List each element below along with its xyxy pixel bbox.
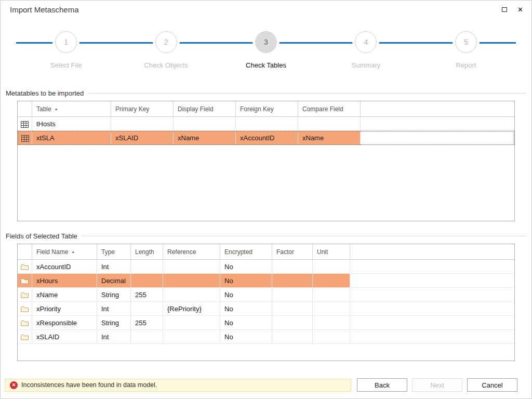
step-circle-2: 2 bbox=[155, 31, 177, 53]
step-circle-1: 1 bbox=[55, 31, 77, 53]
close-button[interactable]: ✕ bbox=[517, 6, 523, 13]
column-header-factor[interactable]: Factor bbox=[272, 244, 313, 260]
back-button[interactable]: Back bbox=[357, 378, 407, 392]
metatables-section-title: Metatables to be imported bbox=[6, 89, 84, 97]
cell-factor[interactable] bbox=[272, 260, 313, 274]
cell-unit[interactable] bbox=[313, 330, 350, 344]
column-header-length[interactable]: Length bbox=[131, 244, 163, 260]
folder-icon bbox=[18, 316, 32, 330]
cell-encrypted[interactable]: No bbox=[220, 330, 272, 344]
next-button[interactable]: Next bbox=[412, 378, 462, 392]
cell-factor[interactable] bbox=[272, 316, 313, 330]
cell-reference[interactable] bbox=[163, 330, 220, 344]
table-row-selected[interactable]: xtSLA xSLAID xName xAccountID xName bbox=[18, 131, 514, 145]
field-row[interactable]: xAccountID Int No bbox=[18, 260, 514, 274]
cell-foreign-key[interactable]: xAccountID bbox=[236, 131, 298, 145]
field-row[interactable]: xName String 255 No bbox=[18, 288, 514, 302]
field-row[interactable]: xSLAID Int No bbox=[18, 330, 514, 344]
cell-foreign-key[interactable] bbox=[236, 117, 298, 131]
section-divider bbox=[88, 93, 526, 94]
close-icon: ✕ bbox=[517, 6, 523, 13]
cell-type[interactable]: Int bbox=[97, 302, 131, 316]
column-header-table[interactable]: Table▲ bbox=[32, 101, 111, 117]
fields-section-title: Fields of Selected Table bbox=[6, 232, 77, 240]
cell-length[interactable]: 255 bbox=[131, 316, 163, 330]
window-title: Import Metaschema bbox=[10, 5, 79, 14]
error-icon: ✕ bbox=[10, 381, 18, 389]
column-header-field-name[interactable]: Field Name▲ bbox=[32, 244, 97, 260]
cell-field-name[interactable]: xSLAID bbox=[32, 330, 97, 344]
cell-display-field[interactable] bbox=[174, 117, 236, 131]
cell-type[interactable]: Int bbox=[97, 260, 131, 274]
validation-message-text: Inconsistences have been found in data m… bbox=[21, 381, 157, 389]
cell-factor[interactable] bbox=[272, 330, 313, 344]
sort-ascending-icon: ▲ bbox=[55, 107, 58, 111]
column-header-unit[interactable]: Unit bbox=[313, 244, 350, 260]
cell-reference[interactable] bbox=[163, 288, 220, 302]
cell-reference[interactable]: {RePriority} bbox=[163, 302, 220, 316]
cell-field-name[interactable]: xName bbox=[32, 288, 97, 302]
metatables-section-header: Metatables to be imported bbox=[6, 89, 526, 98]
cell-length[interactable] bbox=[131, 330, 163, 344]
cell-field-name[interactable]: xResponsible bbox=[32, 316, 97, 330]
cell-encrypted[interactable]: No bbox=[220, 316, 272, 330]
cell-unit[interactable] bbox=[313, 260, 350, 274]
cell-length[interactable] bbox=[131, 274, 163, 288]
cell-encrypted[interactable]: No bbox=[220, 302, 272, 316]
cell-factor[interactable] bbox=[272, 302, 313, 316]
section-divider bbox=[82, 236, 526, 236]
field-row[interactable]: xPriority Int {RePriority} No bbox=[18, 302, 514, 316]
cell-reference[interactable] bbox=[163, 316, 220, 330]
column-header-encrypted[interactable]: Encrypted bbox=[220, 244, 272, 260]
fields-section-header: Fields of Selected Table bbox=[6, 232, 526, 241]
cell-compare-field[interactable]: xName bbox=[298, 131, 361, 145]
column-header-foreign-key[interactable]: Foreign Key bbox=[236, 101, 298, 117]
maximize-button[interactable] bbox=[502, 7, 507, 12]
column-header-type[interactable]: Type bbox=[97, 244, 131, 260]
cell-table[interactable]: tHosts bbox=[32, 117, 111, 131]
cell-factor[interactable] bbox=[272, 274, 313, 288]
cell-table[interactable]: xtSLA bbox=[32, 131, 111, 145]
cell-field-name[interactable]: xPriority bbox=[32, 302, 97, 316]
cell-primary-key[interactable]: xSLAID bbox=[111, 131, 174, 145]
column-header-primary-key[interactable]: Primary Key bbox=[111, 101, 174, 117]
cell-length[interactable]: 255 bbox=[131, 288, 163, 302]
field-row[interactable]: xResponsible String 255 No bbox=[18, 316, 514, 330]
cell-field-name[interactable]: xHours bbox=[32, 274, 97, 288]
cell-length[interactable] bbox=[131, 260, 163, 274]
step-select-file: 1 Select File bbox=[16, 26, 116, 69]
cell-unit[interactable] bbox=[313, 302, 350, 316]
column-header-compare-field[interactable]: Compare Field bbox=[298, 101, 361, 117]
step-circle-4: 4 bbox=[355, 31, 377, 53]
cell-reference[interactable] bbox=[163, 260, 220, 274]
cell-type[interactable]: String bbox=[97, 316, 131, 330]
cell-field-name[interactable]: xAccountID bbox=[32, 260, 97, 274]
column-header-reference[interactable]: Reference bbox=[163, 244, 220, 260]
cell-factor[interactable] bbox=[272, 288, 313, 302]
cell-length[interactable] bbox=[131, 302, 163, 316]
cell-unit[interactable] bbox=[313, 316, 350, 330]
cell-type[interactable]: Decimal bbox=[97, 274, 131, 288]
icon-column-header bbox=[18, 101, 32, 117]
cell-compare-field[interactable] bbox=[298, 117, 361, 131]
cell-type[interactable]: String bbox=[97, 288, 131, 302]
sort-ascending-icon: ▲ bbox=[71, 250, 75, 254]
cell-type[interactable]: Int bbox=[97, 330, 131, 344]
cell-unit[interactable] bbox=[313, 288, 350, 302]
field-row-selected[interactable]: xHours Decimal No bbox=[18, 274, 514, 288]
column-header-display-field[interactable]: Display Field bbox=[174, 101, 236, 117]
cell-primary-key[interactable] bbox=[111, 117, 174, 131]
cell-encrypted[interactable]: No bbox=[220, 274, 272, 288]
table-row[interactable]: tHosts bbox=[18, 117, 514, 131]
cell-encrypted[interactable]: No bbox=[220, 260, 272, 274]
cancel-button[interactable]: Cancel bbox=[467, 378, 517, 392]
cell-display-field[interactable]: xName bbox=[174, 131, 236, 145]
metatables-grid: Table▲ Primary Key Display Field Foreign… bbox=[17, 101, 515, 221]
cell-reference[interactable] bbox=[163, 274, 220, 288]
step-label-report: Report bbox=[456, 61, 476, 69]
step-circle-5: 5 bbox=[455, 31, 477, 53]
cell-unit[interactable] bbox=[313, 274, 350, 288]
table-icon bbox=[18, 117, 32, 131]
filler-cell bbox=[361, 117, 514, 131]
cell-encrypted[interactable]: No bbox=[220, 288, 272, 302]
